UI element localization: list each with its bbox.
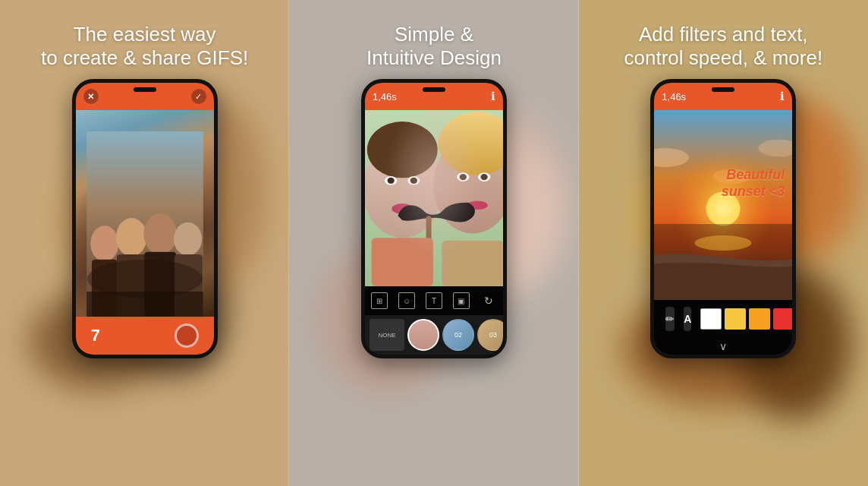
text-tool[interactable]: A [684, 307, 691, 331]
check-button[interactable]: ✓ [191, 89, 206, 104]
panel-1-screen: ✕ ✓ [76, 83, 214, 355]
panel-3-screen: 1,46s ℹ [654, 83, 792, 355]
svg-point-17 [467, 201, 488, 210]
svg-point-12 [365, 141, 442, 238]
record-button[interactable] [175, 323, 199, 348]
svg-point-20 [407, 176, 420, 185]
panel-2-phone-wrapper: 1,46s ℹ [361, 79, 507, 486]
svg-point-18 [385, 176, 397, 185]
panel-divider-2 [578, 0, 579, 486]
selfie-svg [365, 110, 503, 286]
svg-rect-10 [86, 292, 203, 317]
panel-1: The easiest way to create & share GIFS! … [0, 0, 289, 486]
frame-count: 7 [91, 326, 100, 346]
refresh-icon[interactable]: ↻ [480, 292, 497, 309]
panel-1-topbar: ✕ ✓ [76, 83, 214, 110]
swatch-yellow[interactable] [725, 308, 746, 330]
panel-1-caption: The easiest way to create & share GIFS! [26, 0, 263, 70]
filter-none[interactable]: NONE [370, 319, 404, 351]
panel-3-photo: Beautiful sunset <3 [654, 110, 792, 300]
panel-2-line2: Intuitive Design [366, 46, 502, 70]
panel-2-topbar: 1,46s ℹ [365, 83, 503, 110]
panel-3-share-icon[interactable]: ℹ [780, 90, 785, 103]
panel-3-line2: control speed, & more! [624, 46, 823, 70]
svg-point-25 [480, 174, 487, 180]
overlay-text: Beautiful sunset <3 [722, 167, 785, 200]
svg-point-33 [695, 235, 752, 251]
panel-divider-1 [288, 0, 289, 486]
svg-point-14 [433, 137, 503, 234]
thumb-2[interactable]: 02 [442, 319, 474, 351]
svg-point-1 [90, 226, 118, 261]
panel-3-phone: 1,46s ℹ [650, 79, 796, 358]
chevron-down-icon[interactable]: ∨ [719, 340, 727, 352]
people-svg [76, 131, 214, 317]
share-icon[interactable]: ℹ [491, 90, 495, 103]
panel-1-photo [76, 110, 214, 317]
thumb-1[interactable] [407, 319, 439, 351]
filter-icon[interactable]: ▣ [453, 292, 470, 309]
sunset-svg [654, 110, 792, 300]
overlay-line2: sunset <3 [722, 184, 785, 200]
swatch-red[interactable] [773, 308, 792, 330]
panel-2-toolbar: ⊞ ☺ T ▣ ↻ [365, 286, 503, 315]
grid-icon[interactable]: ⊞ [371, 292, 388, 309]
close-button[interactable]: ✕ [83, 89, 99, 104]
panel-1-phone-wrapper: ✕ ✓ [72, 79, 218, 486]
color-swatches [700, 308, 792, 330]
svg-rect-28 [442, 241, 503, 286]
panel-3-tools: ✏ A [654, 300, 792, 338]
panel-1-phone: ✕ ✓ [72, 79, 218, 358]
svg-point-5 [143, 213, 177, 254]
svg-point-19 [388, 178, 395, 184]
panel-1-bottombar: 7 [76, 317, 214, 355]
panel-1-line1: The easiest way [41, 23, 248, 46]
panel-2-phone: 1,46s ℹ [361, 79, 507, 358]
svg-point-15 [439, 112, 503, 176]
svg-rect-27 [372, 238, 433, 287]
swatch-orange[interactable] [749, 308, 770, 330]
svg-point-22 [457, 173, 469, 182]
panel-2-screen: 1,46s ℹ [365, 83, 503, 355]
panel-3-topbar: 1,46s ℹ [654, 83, 792, 110]
svg-point-3 [116, 218, 147, 257]
svg-point-16 [392, 204, 413, 214]
svg-point-21 [410, 178, 417, 184]
panel-2: Simple & Intuitive Design 1,46s ℹ [289, 0, 578, 486]
panel-2-photo [365, 110, 503, 286]
svg-point-13 [367, 122, 438, 178]
panel-3-timer: 1,46s [662, 91, 780, 103]
panel-2-caption: Simple & Intuitive Design [351, 0, 517, 70]
panel-3-caption: Add filters and text, control speed, & m… [609, 0, 838, 70]
overlay-line1: Beautiful [722, 167, 785, 184]
timer-text: 1,46s [373, 91, 491, 103]
thumb-3[interactable]: 03 [477, 319, 503, 351]
chevron-bar: ∨ [654, 338, 792, 355]
svg-point-23 [460, 174, 467, 180]
face-icon[interactable]: ☺ [398, 292, 415, 309]
panel-2-thumbstrip: NONE 02 03 04 [365, 315, 503, 355]
panel-3-line1: Add filters and text, [624, 23, 823, 46]
svg-rect-26 [426, 216, 432, 251]
svg-point-24 [478, 173, 490, 182]
panel-3-phone-wrapper: 1,46s ℹ [650, 79, 796, 486]
panel-3: Add filters and text, control speed, & m… [579, 0, 868, 486]
text-icon[interactable]: T [426, 292, 442, 309]
panel-1-line2: to create & share GIFS! [41, 46, 248, 70]
panel-2-line1: Simple & [366, 23, 502, 46]
swatch-white[interactable] [700, 308, 722, 330]
svg-point-7 [174, 222, 202, 255]
svg-rect-11 [365, 110, 503, 286]
pencil-tool[interactable]: ✏ [665, 307, 675, 331]
